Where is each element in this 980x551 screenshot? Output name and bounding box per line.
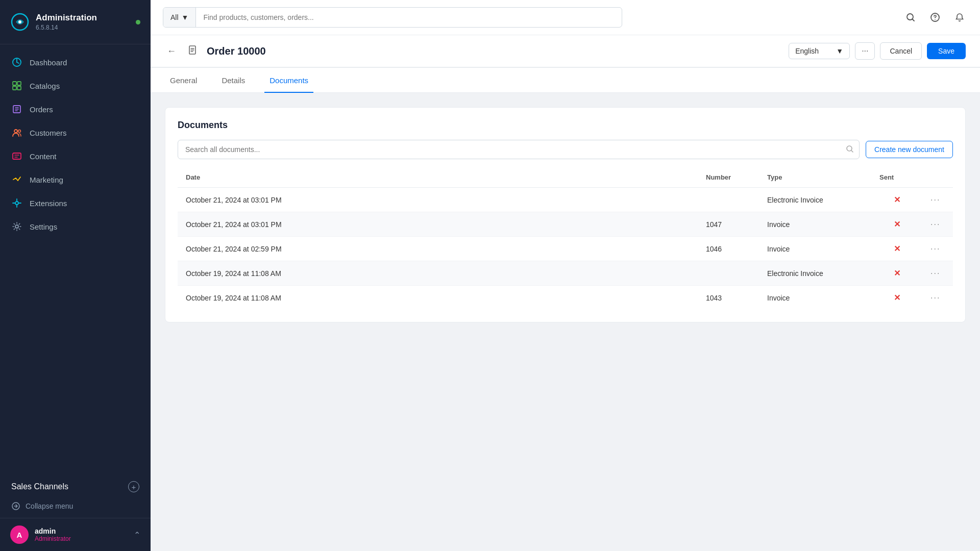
sent-status-icon: ✕ bbox=[894, 244, 900, 253]
cell-actions: ··· bbox=[922, 212, 953, 237]
settings-icon bbox=[11, 221, 22, 232]
table-row: October 19, 2024 at 11:08 AM Electronic … bbox=[178, 261, 953, 286]
search-icon[interactable] bbox=[902, 9, 919, 26]
row-more-button[interactable]: ··· bbox=[930, 220, 940, 229]
topbar-icons bbox=[902, 9, 968, 26]
notifications-icon[interactable] bbox=[951, 9, 968, 26]
cell-date: October 21, 2024 at 03:01 PM bbox=[178, 188, 698, 212]
user-menu-chevron[interactable]: ⌃ bbox=[134, 530, 140, 540]
row-more-button[interactable]: ··· bbox=[930, 269, 940, 278]
user-info: admin Administrator bbox=[35, 527, 71, 542]
sidebar-header: Administration 6.5.8.14 bbox=[0, 0, 151, 44]
search-all-button[interactable]: All ▼ bbox=[163, 8, 196, 27]
sidebar-item-catalogs[interactable]: Catalogs bbox=[0, 74, 151, 97]
cancel-button[interactable]: Cancel bbox=[880, 42, 922, 60]
sidebar: Administration 6.5.8.14 Dashboard Catalo… bbox=[0, 0, 151, 551]
add-sales-channel-button[interactable]: + bbox=[128, 481, 139, 492]
svg-rect-10 bbox=[13, 153, 21, 159]
sidebar-item-customers[interactable]: Customers bbox=[0, 121, 151, 144]
table-row: October 21, 2024 at 02:59 PM 1046 Invoic… bbox=[178, 237, 953, 261]
documents-search-icon bbox=[841, 145, 859, 155]
content-header: ← Order 10000 English ▼ ··· Cancel Save bbox=[151, 35, 980, 68]
search-all-label: All bbox=[170, 13, 179, 21]
sent-status-icon: ✕ bbox=[894, 293, 900, 302]
row-more-button[interactable]: ··· bbox=[930, 293, 940, 302]
col-type: Type bbox=[759, 167, 871, 188]
cell-sent: ✕ bbox=[871, 188, 922, 212]
sidebar-item-content[interactable]: Content bbox=[0, 144, 151, 168]
tab-details[interactable]: Details bbox=[216, 68, 250, 93]
table-row: October 21, 2024 at 03:01 PM 1047 Invoic… bbox=[178, 212, 953, 237]
sales-channels-label: Sales Channels bbox=[11, 482, 68, 491]
sidebar-item-dashboard[interactable]: Dashboard bbox=[0, 51, 151, 74]
row-more-button[interactable]: ··· bbox=[930, 244, 940, 253]
col-number: Number bbox=[698, 167, 759, 188]
sent-status-icon: ✕ bbox=[894, 195, 900, 204]
tabs-bar: General Details Documents bbox=[151, 68, 980, 93]
language-select[interactable]: English ▼ bbox=[789, 43, 850, 59]
cell-actions: ··· bbox=[922, 261, 953, 286]
cell-actions: ··· bbox=[922, 188, 953, 212]
catalogs-icon bbox=[11, 80, 22, 91]
svg-point-8 bbox=[14, 130, 17, 133]
svg-rect-6 bbox=[17, 86, 21, 90]
tab-documents[interactable]: Documents bbox=[264, 68, 313, 93]
back-button[interactable]: ← bbox=[165, 44, 178, 59]
create-document-button[interactable]: Create new document bbox=[866, 141, 953, 158]
page-body: Documents Create new document Date Numbe… bbox=[151, 93, 980, 551]
sidebar-item-orders[interactable]: Orders bbox=[0, 97, 151, 121]
cell-type: Invoice bbox=[759, 286, 871, 310]
sidebar-item-label: Settings bbox=[30, 222, 57, 231]
online-indicator bbox=[136, 20, 140, 24]
sidebar-item-settings[interactable]: Settings bbox=[0, 215, 151, 238]
tab-general[interactable]: General bbox=[165, 68, 202, 93]
row-more-button[interactable]: ··· bbox=[930, 195, 940, 204]
svg-rect-4 bbox=[17, 82, 21, 85]
sidebar-item-label: Content bbox=[30, 152, 57, 161]
sidebar-nav: Dashboard Catalogs Orders Customers bbox=[0, 44, 151, 474]
app-name: Administration bbox=[36, 13, 97, 23]
documents-toolbar: Create new document bbox=[178, 140, 953, 159]
col-actions bbox=[922, 167, 953, 188]
col-date: Date bbox=[178, 167, 698, 188]
sidebar-item-label: Orders bbox=[30, 105, 53, 114]
documents-card: Documents Create new document Date Numbe… bbox=[165, 107, 966, 322]
sidebar-item-marketing[interactable]: Marketing bbox=[0, 168, 151, 191]
save-button[interactable]: Save bbox=[927, 43, 966, 59]
dashboard-icon bbox=[11, 57, 22, 68]
cell-type: Invoice bbox=[759, 237, 871, 261]
documents-table: Date Number Type Sent October 21, 2024 a… bbox=[178, 167, 953, 310]
table-row: October 21, 2024 at 03:01 PM Electronic … bbox=[178, 188, 953, 212]
svg-point-11 bbox=[15, 202, 18, 205]
global-search-input[interactable] bbox=[196, 13, 622, 21]
cell-type: Electronic Invoice bbox=[759, 188, 871, 212]
sidebar-item-label: Dashboard bbox=[30, 58, 67, 67]
sidebar-item-extensions[interactable]: Extensions bbox=[0, 191, 151, 215]
cell-actions: ··· bbox=[922, 237, 953, 261]
global-search-wrapper: All ▼ bbox=[163, 7, 622, 28]
collapse-menu-label: Collapse menu bbox=[26, 502, 73, 510]
sales-channels-section: Sales Channels + bbox=[0, 474, 151, 496]
documents-title: Documents bbox=[178, 120, 953, 131]
table-row: October 19, 2024 at 11:08 AM 1043 Invoic… bbox=[178, 286, 953, 310]
orders-icon bbox=[11, 104, 22, 115]
document-icon-button[interactable] bbox=[185, 43, 200, 60]
cell-number bbox=[698, 261, 759, 286]
more-options-button[interactable]: ··· bbox=[855, 42, 875, 60]
cell-number: 1043 bbox=[698, 286, 759, 310]
cell-type: Electronic Invoice bbox=[759, 261, 871, 286]
app-version: 6.5.8.14 bbox=[36, 24, 97, 31]
documents-search-wrapper bbox=[178, 140, 860, 159]
customers-icon bbox=[11, 127, 22, 138]
user-avatar: A bbox=[10, 525, 29, 544]
search-all-chevron: ▼ bbox=[182, 13, 189, 21]
cell-date: October 19, 2024 at 11:08 AM bbox=[178, 261, 698, 286]
user-name: admin bbox=[35, 527, 71, 535]
help-icon[interactable] bbox=[927, 9, 943, 26]
cell-date: October 21, 2024 at 02:59 PM bbox=[178, 237, 698, 261]
marketing-icon bbox=[11, 174, 22, 185]
documents-search-input[interactable] bbox=[178, 145, 841, 154]
svg-point-1 bbox=[18, 20, 21, 23]
svg-rect-5 bbox=[13, 86, 16, 90]
collapse-menu-button[interactable]: Collapse menu bbox=[0, 496, 151, 518]
